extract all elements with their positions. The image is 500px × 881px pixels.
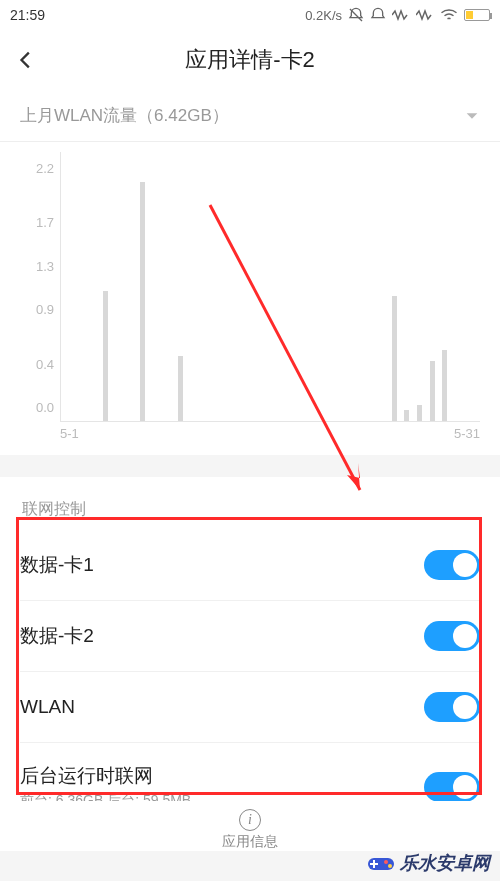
page-title: 应用详情-卡2 [38,45,462,75]
status-time: 21:59 [10,7,45,23]
y-tick: 2.2 [36,160,54,175]
header: 应用详情-卡2 [0,30,500,90]
chart-bar [404,410,409,421]
chart-bar [392,296,397,421]
toggle-row[interactable]: 数据-卡1 [20,530,480,601]
chart-bar [140,182,145,421]
vibrate-icon [392,9,410,21]
chart-y-axis: 0.00.40.91.31.72.2 [20,152,60,422]
toggle-row[interactable]: WLAN [20,672,480,743]
toggle-label: WLAN [20,696,424,718]
back-icon[interactable] [16,49,38,71]
x-end: 5-31 [454,426,480,441]
chart-bar [178,356,183,421]
y-tick: 0.9 [36,302,54,317]
y-tick: 0.4 [36,356,54,371]
vibrate-icon-2 [416,9,434,21]
footer-label: 应用信息 [0,833,500,851]
toggle-row[interactable]: 数据-卡2 [20,601,480,672]
toggle-switch[interactable] [424,692,480,722]
y-tick: 1.7 [36,215,54,230]
gamepad-icon [366,852,396,874]
net-speed: 0.2K/s [305,8,342,23]
status-right: 0.2K/s [305,7,490,23]
section-gap [0,455,500,477]
watermark-text: 乐水安卓网 [400,851,490,875]
chart-bar [103,291,108,421]
battery-icon [464,9,490,21]
toggle-label: 数据-卡2 [20,623,424,649]
svg-marker-1 [467,113,478,118]
watermark: 乐水安卓网 [366,851,490,875]
chart-bar [430,361,435,421]
footer-app-info[interactable]: i 应用信息 [0,801,500,851]
svg-point-6 [388,864,392,868]
chart-x-axis: 5-1 5-31 [20,426,480,441]
mute-icon [348,7,364,23]
x-start: 5-1 [60,426,79,441]
network-control-list: 数据-卡1数据-卡2WLAN后台运行时联网前台: 6.36GB 后台: 59.5… [0,530,500,830]
dropdown-label: 上月WLAN流量（6.42GB） [20,104,229,127]
y-tick: 0.0 [36,400,54,415]
svg-point-5 [384,860,388,864]
status-bar: 21:59 0.2K/s [0,0,500,30]
toggle-label: 数据-卡1 [20,552,424,578]
info-icon: i [239,809,261,831]
chart-bar [442,350,447,421]
toggle-switch[interactable] [424,550,480,580]
y-tick: 1.3 [36,258,54,273]
data-period-dropdown[interactable]: 上月WLAN流量（6.42GB） [0,90,500,142]
toggle-switch[interactable] [424,772,480,802]
usage-chart: 0.00.40.91.31.72.2 5-1 5-31 [0,142,500,455]
bell-icon [370,7,386,23]
section-title-network: 联网控制 [0,477,500,530]
wifi-icon [440,8,458,22]
toggle-switch[interactable] [424,621,480,651]
svg-rect-8 [370,863,378,865]
chart-plot [60,152,480,422]
toggle-label: 后台运行时联网 [20,763,424,789]
chart-bar [417,405,422,421]
chevron-down-icon [464,108,480,124]
